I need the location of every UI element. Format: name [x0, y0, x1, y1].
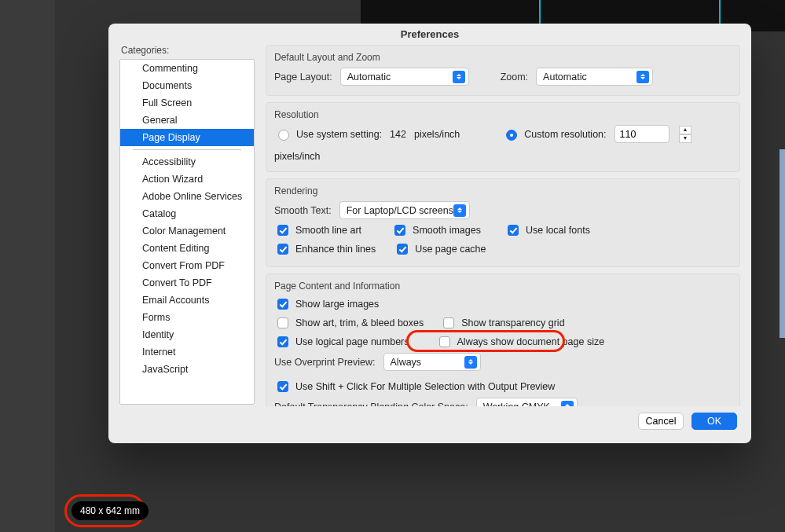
categories-label: Categories:	[121, 45, 255, 56]
sidebar-item-content-editing[interactable]: Content Editing	[120, 240, 254, 257]
resolution-units-2: pixels/inch	[274, 151, 320, 162]
show-art-trim-checkbox[interactable]: Show art, trim, & bleed boxes	[274, 315, 424, 331]
shift-click-checkbox[interactable]: Use Shift + Click For Multiple Selection…	[274, 379, 555, 394]
use-local-fonts-checkbox[interactable]: Use local fonts	[504, 222, 590, 238]
app-background: 480 x 642 mm Preferences Categories: Com…	[0, 0, 785, 532]
sidebar-item-full-screen[interactable]: Full Screen	[120, 94, 254, 112]
chevron-updown-icon	[464, 356, 477, 369]
sidebar-item-convert-from-pdf[interactable]: Convert From PDF	[120, 257, 254, 274]
show-large-images-checkbox[interactable]: Show large images	[274, 296, 379, 312]
sidebar-item-documents[interactable]: Documents	[120, 77, 254, 94]
ok-button[interactable]: OK	[691, 413, 737, 430]
zoom-select[interactable]: Automatic	[536, 68, 653, 86]
section-resolution: Resolution Use system setting: 142 pixel…	[266, 102, 740, 172]
page-layout-select[interactable]: Automatic	[340, 68, 469, 86]
use-page-cache-checkbox[interactable]: Use page cache	[394, 241, 486, 257]
categories-list[interactable]: Commenting Documents Full Screen General…	[119, 59, 255, 405]
system-resolution-value: 142	[390, 129, 406, 140]
zoom-label: Zoom:	[501, 72, 528, 83]
show-transparency-grid-checkbox[interactable]: Show transparency grid	[440, 315, 564, 331]
page-dimensions-tooltip: 480 x 642 mm	[72, 501, 149, 520]
highlight-page-size-option	[406, 330, 565, 352]
sidebar-item-commenting[interactable]: Commenting	[120, 60, 254, 77]
enhance-thin-lines-checkbox[interactable]: Enhance thin lines	[274, 241, 376, 257]
chevron-updown-icon	[453, 71, 465, 83]
chevron-updown-icon	[561, 401, 574, 407]
custom-resolution-input[interactable]	[614, 125, 669, 143]
smooth-line-art-checkbox[interactable]: Smooth line art	[274, 222, 361, 238]
sidebar-item-forms[interactable]: Forms	[120, 309, 254, 326]
resolution-units: pixels/inch	[414, 129, 460, 140]
smooth-text-select[interactable]: For Laptop/LCD screens	[339, 201, 470, 219]
sidebar-item-convert-to-pdf[interactable]: Convert To PDF	[120, 274, 254, 292]
sidebar-item-page-display[interactable]: Page Display	[120, 129, 254, 146]
dialog-title: Preferences	[108, 24, 751, 45]
resolution-stepper[interactable]: ▴▾	[679, 126, 691, 143]
sidebar-item-identity[interactable]: Identity	[120, 326, 254, 343]
document-edge	[779, 149, 785, 338]
sidebar-item-email-accounts[interactable]: Email Accounts	[120, 292, 254, 309]
page-layout-label: Page Layout:	[274, 72, 332, 83]
layout-heading: Default Layout and Zoom	[274, 52, 732, 63]
sidebar-item-javascript[interactable]: JavaScript	[120, 361, 254, 378]
preferences-dialog: Preferences Categories: Commenting Docum…	[108, 24, 751, 443]
system-resolution-radio[interactable]: Use system setting:	[274, 127, 382, 141]
section-content: Page Content and Information Show large …	[266, 273, 740, 406]
toolbar-placeholder	[0, 0, 55, 532]
blending-label: Default Transparency Blending Color Spac…	[274, 402, 468, 407]
sidebar-item-color-management[interactable]: Color Management	[120, 222, 254, 240]
custom-resolution-radio[interactable]: Custom resolution:	[502, 127, 606, 141]
sidebar-item-internet[interactable]: Internet	[120, 343, 254, 361]
sidebar-item-catalog[interactable]: Catalog	[120, 205, 254, 222]
sidebar-item-action-wizard[interactable]: Action Wizard	[120, 171, 254, 188]
cancel-button[interactable]: Cancel	[638, 413, 684, 430]
use-logical-page-numbers-checkbox[interactable]: Use logical page numbers	[274, 334, 409, 350]
section-layout: Default Layout and Zoom Page Layout: Aut…	[266, 45, 740, 96]
smooth-images-checkbox[interactable]: Smooth images	[391, 222, 481, 238]
overprint-select[interactable]: Always	[383, 353, 481, 371]
section-rendering: Rendering Smooth Text: For Laptop/LCD sc…	[266, 178, 740, 267]
sidebar-separator	[133, 149, 241, 150]
chevron-updown-icon	[636, 71, 649, 83]
chevron-updown-icon	[453, 204, 466, 217]
rendering-heading: Rendering	[274, 185, 732, 196]
blending-select[interactable]: Working CMYK	[476, 398, 578, 406]
sidebar-item-accessibility[interactable]: Accessibility	[120, 153, 254, 171]
overprint-label: Use Overprint Preview:	[274, 357, 376, 368]
sidebar-item-general[interactable]: General	[120, 112, 254, 129]
content-heading: Page Content and Information	[274, 281, 732, 292]
sidebar-item-adobe-online[interactable]: Adobe Online Services	[120, 188, 254, 205]
resolution-heading: Resolution	[274, 109, 732, 120]
smooth-text-label: Smooth Text:	[274, 205, 332, 216]
